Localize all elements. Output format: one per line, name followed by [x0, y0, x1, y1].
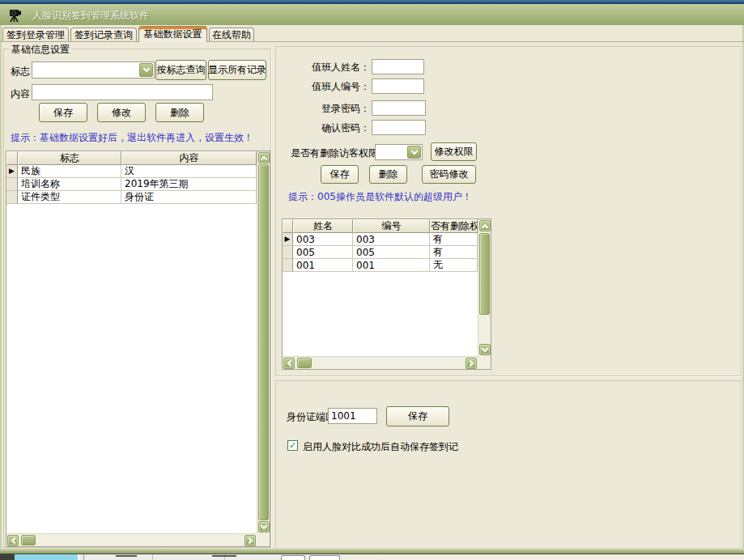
cell-flag: 证件类型	[18, 191, 121, 204]
chevron-left-icon	[11, 537, 17, 544]
tab-signin-login-manage[interactable]: 签到登录管理	[2, 28, 69, 41]
chevron-right-icon	[466, 360, 473, 367]
base-save-button[interactable]: 保存	[39, 103, 87, 122]
chevron-down-icon	[410, 147, 417, 154]
content-input[interactable]	[32, 84, 213, 100]
operator-table-vertical-scrollbar[interactable]	[478, 219, 491, 356]
scroll-left-button[interactable]	[283, 358, 295, 369]
table-row[interactable]: ▶ 民族 汉	[6, 165, 257, 178]
background-text-sliver	[116, 555, 137, 557]
horizontal-scroll-thumb[interactable]	[297, 358, 312, 368]
check-icon: ✓	[289, 441, 296, 450]
base-delete-button[interactable]: 删除	[155, 103, 204, 122]
base-table-header-flag[interactable]: 标志	[18, 151, 121, 165]
operator-name-label: 值班人姓名：	[276, 61, 370, 74]
cell-content: 身份证	[121, 191, 257, 204]
scroll-up-button[interactable]	[258, 152, 270, 163]
base-table-header-content[interactable]: 内容	[121, 151, 257, 165]
query-by-flag-button[interactable]: 按标志查询	[155, 60, 206, 80]
chevron-down-icon	[482, 345, 488, 351]
tab-online-help[interactable]: 在线帮助	[209, 28, 254, 41]
operator-table-header-id[interactable]: 编号	[353, 219, 430, 233]
vertical-scroll-thumb[interactable]	[258, 164, 269, 520]
operator-delete-button[interactable]: 删除	[369, 165, 407, 184]
table-row[interactable]: 005 005 有	[283, 246, 478, 259]
cell-permission: 有	[430, 246, 478, 259]
operator-table-header-name[interactable]: 姓名	[293, 219, 353, 233]
chevron-down-icon	[261, 522, 267, 528]
login-password-input[interactable]	[372, 100, 426, 116]
cell-flag: 培训名称	[18, 178, 121, 191]
auto-save-checkbox[interactable]: ✓	[287, 440, 298, 451]
operator-id-label: 值班人编号：	[276, 80, 370, 94]
background-grid-line	[83, 554, 84, 560]
operator-table: 姓名 编号 是否有删除权限 ▶ 003 003 有 005 005 有 001 …	[282, 218, 491, 370]
background-text-sliver	[212, 555, 236, 557]
background-dark-block	[0, 554, 15, 560]
scrollbar-corner	[478, 356, 491, 369]
chevron-left-icon	[287, 360, 293, 367]
operator-name-input[interactable]	[372, 59, 424, 74]
operator-id-input[interactable]	[372, 78, 424, 94]
vertical-scroll-thumb[interactable]	[479, 233, 490, 315]
cell-id: 001	[353, 259, 430, 272]
table-row[interactable]: 培训名称 2019年第三期	[6, 178, 257, 191]
delete-permission-combobox[interactable]	[375, 144, 423, 160]
application-window: 人脸识别签到管理系统软件 签到登录管理 签到记录查询 基础数据设置 在线帮助 基…	[0, 0, 744, 560]
base-info-group-title: 基础信息设置	[9, 43, 72, 57]
auto-save-label: 启用人脸对比成功后自动保存签到记	[303, 440, 458, 454]
chevron-up-icon	[261, 155, 267, 162]
title-bar: 人脸识别签到管理系统软件	[0, 4, 744, 25]
tab-bar: 签到登录管理 签到记录查询 基础数据设置 在线帮助	[0, 27, 744, 42]
flag-combobox[interactable]	[32, 62, 155, 78]
password-modify-button[interactable]: 密码修改	[422, 165, 476, 184]
operator-table-selector-header	[283, 219, 293, 233]
base-table-horizontal-scrollbar[interactable]	[6, 533, 257, 546]
cell-name: 001	[293, 259, 353, 272]
operator-save-button[interactable]: 保存	[321, 165, 359, 184]
chevron-down-icon	[142, 66, 149, 72]
confirm-password-input[interactable]	[372, 120, 426, 135]
cell-id: 003	[353, 233, 430, 246]
chevron-right-icon	[245, 537, 252, 544]
base-table-header: 标志 内容	[6, 151, 257, 165]
horizontal-scroll-thumb[interactable]	[21, 535, 36, 545]
cell-name: 003	[293, 233, 353, 246]
cell-flag: 民族	[18, 165, 121, 178]
scroll-left-button[interactable]	[7, 535, 19, 546]
operator-table-header-permission[interactable]: 是否有删除权限	[430, 219, 478, 233]
base-table-vertical-scrollbar[interactable]	[257, 151, 270, 533]
scrollbar-corner	[257, 533, 270, 546]
row-pointer-icon: ▶	[6, 165, 18, 178]
table-row[interactable]: 证件类型 身份证	[6, 191, 257, 204]
scroll-right-button[interactable]	[466, 358, 477, 369]
app-camera-icon	[7, 6, 23, 23]
table-row[interactable]: 001 001 无	[283, 259, 478, 272]
content-label: 内容	[11, 87, 30, 101]
base-info-groupbox: 基础信息设置 标志 按标志查询 显示所有记录 内容 保存 修改 删除 提示：基础…	[3, 49, 271, 548]
operator-table-horizontal-scrollbar[interactable]	[283, 356, 478, 369]
tab-base-data-settings[interactable]: 基础数据设置	[138, 26, 207, 42]
scroll-right-button[interactable]	[244, 535, 256, 546]
id-port-panel: 身份证端口 保存 ✓ 启用人脸对比成功后自动保存签到记	[275, 380, 742, 549]
table-row[interactable]: ▶ 003 003 有	[283, 233, 478, 246]
cell-name: 005	[293, 246, 353, 259]
chevron-up-icon	[482, 223, 488, 230]
id-port-input[interactable]	[328, 408, 377, 424]
cell-permission: 无	[430, 259, 478, 272]
show-all-records-button[interactable]: 显示所有记录	[208, 60, 266, 80]
id-port-save-button[interactable]: 保存	[386, 406, 449, 426]
scroll-down-button[interactable]	[258, 521, 270, 532]
base-modify-button[interactable]: 修改	[97, 103, 146, 122]
scroll-down-button[interactable]	[479, 344, 491, 355]
window-left-border	[0, 25, 2, 549]
row-selector	[6, 191, 18, 204]
permission-dropdown-button[interactable]	[407, 146, 421, 159]
tab-signin-record-query[interactable]: 签到记录查询	[70, 28, 137, 41]
flag-combobox-dropdown-button[interactable]	[139, 63, 153, 77]
modify-permission-button[interactable]: 修改权限	[431, 142, 477, 161]
operator-settings-panel: 值班人姓名： 值班人编号： 登录密码： 确认密码： 是否有删除访客权限 修改权限…	[275, 46, 742, 376]
background-selection-block	[15, 554, 79, 560]
base-table-selector-header	[6, 151, 18, 165]
scroll-up-button[interactable]	[479, 220, 491, 231]
